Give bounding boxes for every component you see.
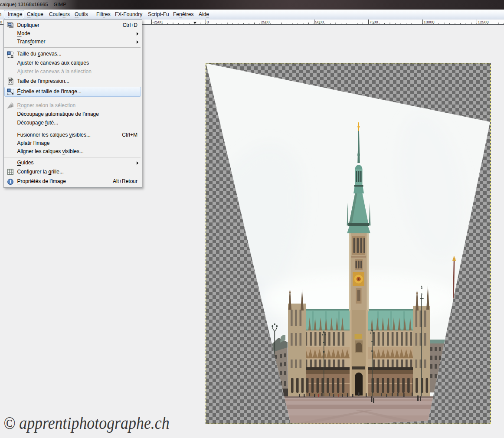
- svg-text:0: 0: [207, 20, 209, 24]
- svg-text:5000: 5000: [315, 20, 324, 24]
- svg-text:12500: 12500: [478, 20, 489, 24]
- svg-text:10000: 10000: [424, 20, 435, 24]
- svg-text:00: 00: [0, 20, 2, 24]
- svg-text:7500: 7500: [370, 20, 378, 24]
- svg-text:2500: 2500: [261, 20, 270, 24]
- svg-text:-2500: -2500: [153, 20, 163, 24]
